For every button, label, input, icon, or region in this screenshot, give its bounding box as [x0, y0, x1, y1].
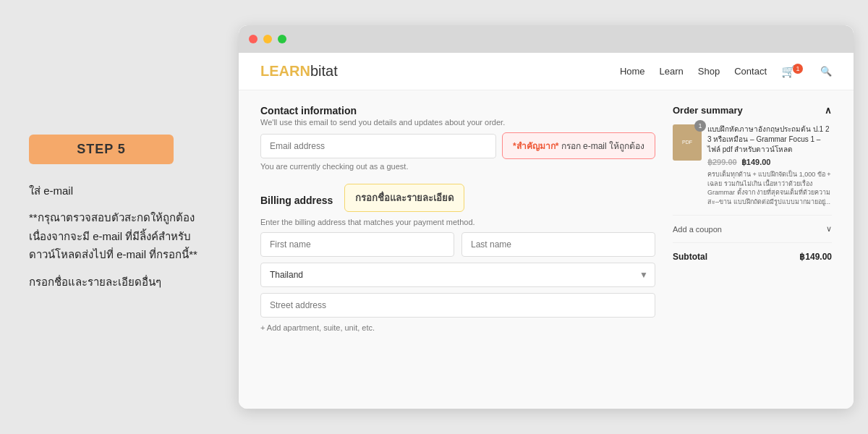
contact-title: Contact information	[260, 105, 655, 116]
browser-content: LEARNbitat Home Learn Shop Contact 🛒1 🔍	[239, 53, 854, 409]
contact-subtitle: We'll use this email to send you details…	[260, 118, 655, 127]
coupon-chevron-icon: ∨	[826, 224, 832, 234]
order-summary-title: Order summary	[673, 105, 743, 116]
name-row	[260, 232, 655, 257]
step-label: STEP 5	[77, 142, 126, 156]
maximize-icon[interactable]	[278, 35, 286, 43]
instruction-line-3: กรอกชื่อและรายละเอียดอื่นๆ	[29, 273, 210, 292]
billing-title: Billing address	[260, 195, 333, 206]
nav-links: Home Learn Shop Contact 🛒1 🔍	[620, 64, 832, 78]
product-thumbnail: PDF 1	[673, 124, 702, 161]
logo-bitat: bitat	[310, 63, 338, 79]
email-callout-highlight: *สำคัญมาก*	[513, 141, 558, 151]
country-select[interactable]: Thailand United States Japan	[260, 263, 655, 287]
product-current-price: ฿149.00	[741, 158, 771, 166]
billing-subtitle: Enter the billing address that matches y…	[260, 218, 655, 226]
coupon-label: Add a coupon	[673, 225, 722, 234]
browser-window: LEARNbitat Home Learn Shop Contact 🛒1 🔍	[239, 25, 854, 409]
contact-section: Contact information We'll use this email…	[260, 105, 655, 171]
email-callout: *สำคัญมาก* กรอก e-mail ให้ถูกต้อง	[502, 132, 655, 159]
guest-text: You are currently checking out as a gues…	[260, 162, 655, 171]
product-old-price: ฿299.00	[707, 158, 737, 166]
email-row: *สำคัญมาก* กรอก e-mail ให้ถูกต้อง	[260, 132, 655, 159]
last-name-input[interactable]	[461, 232, 655, 257]
product-quantity-badge: 1	[694, 120, 706, 132]
site-navbar: LEARNbitat Home Learn Shop Contact 🛒1 🔍	[239, 53, 854, 90]
product-name: แบบฝึกหัดภาษาอังกฤษประถมต้น ป.1 2 3 หรือ…	[707, 124, 832, 155]
apartment-link[interactable]: + Add apartment, suite, unit, etc.	[260, 323, 655, 332]
billing-header-row: Billing address กรอกชื่อและรายละเอียด	[260, 184, 655, 216]
billing-callout: กรอกชื่อและรายละเอียด	[344, 184, 464, 212]
subtotal-label: Subtotal	[673, 252, 707, 262]
step-badge: STEP 5	[29, 135, 174, 164]
email-input-wrap	[260, 134, 496, 158]
order-summary-chevron-icon: ∧	[825, 105, 832, 116]
instruction-line-1: ใส่ e-mail	[29, 182, 210, 200]
instruction-line-2: **กรุณาตรวจสอบตัวสะกดให้ถูกต้อง เนื่องจา…	[29, 208, 210, 264]
email-input[interactable]	[260, 134, 496, 158]
coupon-row[interactable]: Add a coupon ∨	[673, 224, 832, 234]
site-logo: LEARNbitat	[260, 63, 338, 80]
instruction-text: ใส่ e-mail **กรุณาตรวจสอบตัวสะกดให้ถูกต้…	[29, 182, 210, 292]
divider-2	[673, 242, 832, 243]
cart-badge: 1	[793, 64, 803, 74]
nav-home[interactable]: Home	[620, 66, 645, 77]
order-product: PDF 1 แบบฝึกหัดภาษาอังกฤษประถมต้น ป.1 2 …	[673, 124, 832, 206]
product-price: ฿299.00 ฿149.00	[707, 158, 832, 167]
checkout-form: Contact information We'll use this email…	[260, 105, 655, 394]
product-description: ครบเต็มทุกด้าน + แบบฝึกจัดเป็น 1,000 ข้อ…	[707, 170, 832, 206]
product-thumb-text: PDF	[681, 138, 694, 147]
minimize-icon[interactable]	[263, 35, 272, 43]
product-info: แบบฝึกหัดภาษาอังกฤษประถมต้น ป.1 2 3 หรือ…	[707, 124, 832, 206]
street-input[interactable]	[260, 293, 655, 318]
cart-icon[interactable]: 🛒1	[781, 64, 806, 78]
instruction-panel: STEP 5 ใส่ e-mail **กรุณาตรวจสอบตัวสะกดใ…	[14, 127, 224, 307]
country-select-wrap: Thailand United States Japan ▼	[260, 263, 655, 287]
nav-shop[interactable]: Shop	[698, 66, 720, 77]
email-callout-text: กรอก e-mail ให้ถูกต้อง	[558, 141, 644, 151]
subtotal-value: ฿149.00	[799, 252, 832, 262]
subtotal-row: Subtotal ฿149.00	[673, 252, 832, 262]
browser-titlebar	[239, 25, 854, 53]
order-summary-header: Order summary ∧	[673, 105, 832, 116]
nav-learn[interactable]: Learn	[660, 66, 684, 77]
nav-contact[interactable]: Contact	[734, 66, 767, 77]
search-icon[interactable]: 🔍	[820, 66, 832, 77]
divider-1	[673, 215, 832, 216]
billing-section: Billing address กรอกชื่อและรายละเอียด En…	[260, 184, 655, 332]
close-icon[interactable]	[249, 35, 258, 43]
logo-learn: LEARN	[260, 63, 310, 79]
order-summary: Order summary ∧ PDF 1 แบบฝึกหัดภาษาอังกฤ…	[673, 105, 832, 394]
first-name-input[interactable]	[260, 232, 454, 257]
checkout-main: Contact information We'll use this email…	[239, 90, 854, 409]
